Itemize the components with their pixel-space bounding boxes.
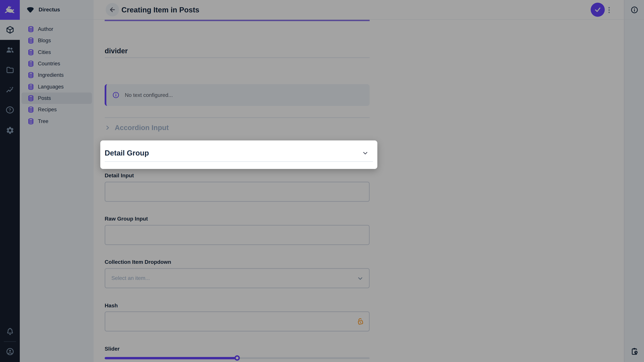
detail-group-rule xyxy=(105,161,373,162)
dim-overlay xyxy=(0,0,644,362)
detail-group-header[interactable]: Detail Group xyxy=(100,140,377,169)
chevron-down-icon[interactable] xyxy=(362,150,368,158)
detail-group-title: Detail Group xyxy=(105,149,149,158)
app-root: ? xyxy=(0,0,644,362)
